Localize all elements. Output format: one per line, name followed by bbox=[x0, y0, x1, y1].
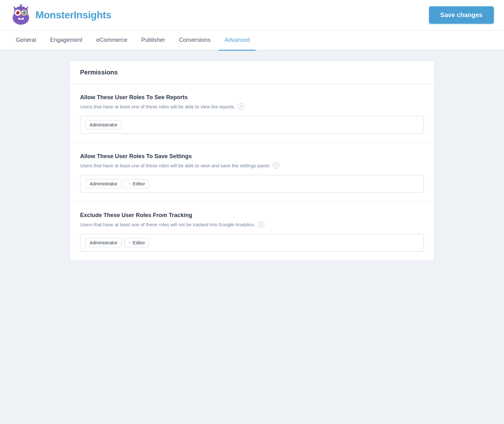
save-settings-title: Allow These User Roles To Save Settings bbox=[80, 153, 424, 160]
see-reports-desc: Users that have at least one of these ro… bbox=[80, 103, 424, 110]
logo-text-light: Insights bbox=[74, 9, 111, 21]
monster-logo bbox=[10, 4, 32, 26]
section-exclude-tracking: Exclude These User Roles From Tracking U… bbox=[70, 202, 434, 260]
logo-text-dark: Monster bbox=[35, 9, 74, 21]
see-reports-title: Allow These User Roles To See Reports bbox=[80, 94, 424, 101]
card-title: Permissions bbox=[80, 69, 118, 76]
tab-ecommerce[interactable]: eCommerce bbox=[91, 30, 133, 51]
save-settings-desc: Users that have at least one of these ro… bbox=[80, 162, 424, 169]
save-settings-info-icon[interactable]: i bbox=[273, 162, 279, 169]
svg-rect-15 bbox=[18, 18, 20, 20]
save-changes-button[interactable]: Save changes bbox=[429, 6, 494, 24]
exclude-tracking-desc: Users that have at least one of these ro… bbox=[80, 221, 424, 228]
tab-engagement[interactable]: Engagement bbox=[44, 30, 88, 51]
see-reports-info-icon[interactable]: i bbox=[238, 103, 244, 110]
exclude-tracking-info-icon[interactable]: i bbox=[258, 221, 264, 228]
svg-point-11 bbox=[16, 11, 17, 12]
card-header: Permissions bbox=[70, 61, 434, 84]
header: MonsterInsights Save changes bbox=[0, 0, 504, 30]
tag-administrator-tracking: Administrator bbox=[85, 238, 122, 247]
tag-administrator-reports: Administrator bbox=[85, 120, 122, 129]
svg-point-12 bbox=[22, 11, 24, 12]
main-content: Permissions Allow These User Roles To Se… bbox=[62, 51, 442, 271]
tag-administrator-settings: Administrator bbox=[85, 179, 122, 188]
permissions-card: Permissions Allow These User Roles To Se… bbox=[70, 61, 434, 261]
section-see-reports: Allow These User Roles To See Reports Us… bbox=[70, 84, 434, 143]
tag-editor-tracking: × Editor bbox=[124, 238, 149, 247]
exclude-tracking-tag-box[interactable]: Administrator × Editor bbox=[80, 234, 424, 252]
see-reports-tag-box[interactable]: Administrator bbox=[80, 116, 424, 134]
svg-rect-16 bbox=[20, 18, 22, 20]
tag-editor-settings: × Editor bbox=[124, 179, 149, 188]
exclude-tracking-title: Exclude These User Roles From Tracking bbox=[80, 212, 424, 219]
remove-editor-settings-icon[interactable]: × bbox=[128, 182, 131, 186]
save-settings-tag-box[interactable]: Administrator × Editor bbox=[80, 175, 424, 193]
tab-advanced[interactable]: Advanced bbox=[219, 30, 255, 51]
logo-text: MonsterInsights bbox=[35, 9, 111, 21]
tab-conversions[interactable]: Conversions bbox=[173, 30, 216, 51]
tab-publisher[interactable]: Publisher bbox=[135, 30, 171, 51]
remove-editor-tracking-icon[interactable]: × bbox=[128, 241, 131, 245]
tab-general[interactable]: General bbox=[10, 30, 42, 51]
svg-rect-17 bbox=[22, 18, 24, 20]
section-save-settings: Allow These User Roles To Save Settings … bbox=[70, 143, 434, 202]
nav-tabs: General Engagement eCommerce Publisher C… bbox=[0, 30, 504, 51]
logo-area: MonsterInsights bbox=[10, 4, 111, 26]
